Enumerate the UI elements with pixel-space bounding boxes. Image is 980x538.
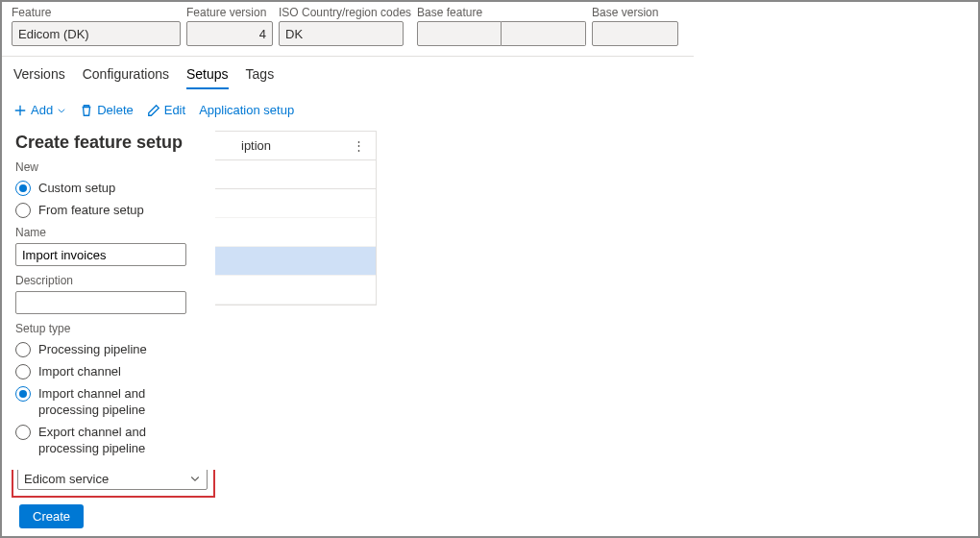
base-feature-label: Base feature <box>417 6 586 19</box>
radio-export-channel-processing[interactable]: Export channel and processing pipeline <box>15 424 211 456</box>
tab-versions[interactable]: Versions <box>13 66 65 89</box>
base-version-input[interactable] <box>592 21 678 46</box>
iso-codes-input[interactable]: DK <box>279 21 404 46</box>
tab-configurations[interactable]: Configurations <box>83 66 169 89</box>
tab-tags[interactable]: Tags <box>246 66 275 89</box>
feature-version-input[interactable]: 4 <box>186 21 273 46</box>
setup-type-label: Setup type <box>15 322 211 335</box>
panel-title: Create feature setup <box>15 133 211 153</box>
radio-icon <box>15 425 31 440</box>
new-section-label: New <box>15 160 211 174</box>
radio-custom-setup[interactable]: Custom setup <box>15 180 211 196</box>
more-icon[interactable]: ⋮ <box>353 138 366 153</box>
application-setup-button[interactable]: Application setup <box>199 103 294 117</box>
radio-icon <box>15 203 31 218</box>
iso-codes-label: ISO Country/region codes <box>279 6 411 19</box>
pencil-icon <box>147 104 160 117</box>
name-input[interactable] <box>15 243 186 266</box>
radio-processing-pipeline[interactable]: Processing pipeline <box>15 341 211 357</box>
radio-icon <box>15 386 31 402</box>
name-label: Name <box>15 226 211 239</box>
trash-icon <box>80 104 93 117</box>
tab-setups[interactable]: Setups <box>186 66 229 89</box>
base-feature-input-a[interactable] <box>417 21 502 46</box>
base-version-label: Base version <box>592 6 678 19</box>
edit-button[interactable]: Edit <box>147 103 185 117</box>
feature-label: Feature <box>12 6 181 19</box>
tab-strip: Versions Configurations Setups Tags <box>2 57 978 89</box>
radio-import-channel-processing[interactable]: Import channel and processing pipeline <box>15 385 211 418</box>
feature-version-label: Feature version <box>186 6 273 19</box>
plus-icon <box>13 104 27 117</box>
description-input[interactable] <box>15 291 186 314</box>
delete-button[interactable]: Delete <box>80 103 134 117</box>
radio-icon <box>15 181 31 196</box>
create-button[interactable]: Create <box>19 504 84 528</box>
radio-import-channel[interactable]: Import channel <box>15 363 211 379</box>
radio-icon <box>15 342 31 357</box>
add-button[interactable]: Add <box>13 103 66 117</box>
feature-input[interactable]: Edicom (DK) <box>12 21 181 46</box>
description-label: Description <box>15 274 211 287</box>
chevron-down-icon <box>57 106 66 115</box>
col-description: iption <box>241 138 271 153</box>
create-feature-setup-panel: Create feature setup New Custom setup Fr… <box>12 131 215 470</box>
data-channel-select[interactable]: Edicom service <box>17 467 208 490</box>
radio-icon <box>15 364 31 379</box>
base-feature-input-b[interactable] <box>502 21 586 46</box>
chevron-down-icon <box>189 473 201 484</box>
header-fields: Feature Edicom (DK) Feature version 4 IS… <box>2 2 694 57</box>
toolbar: Add Delete Edit Application setup <box>2 89 978 127</box>
radio-from-feature-setup[interactable]: From feature setup <box>15 202 211 218</box>
